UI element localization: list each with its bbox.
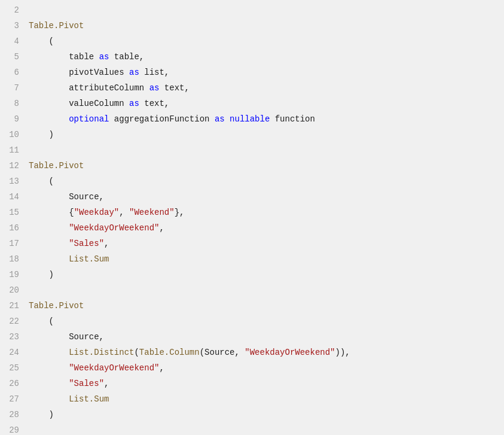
line-numbers: 2 3 4 5 6 7 8 9 10 11 12 13 14 15 16 17 …: [0, 2, 24, 435]
code-line-18: List.Sum: [29, 251, 504, 267]
line-num-29: 29: [5, 422, 19, 435]
line-num-9: 9: [5, 111, 19, 127]
code-line-13: (: [29, 174, 504, 189]
code-line-2: [29, 2, 504, 18]
code-line-17: "Sales",: [29, 236, 504, 251]
line-num-17: 17: [5, 236, 19, 251]
code-line-9: optional aggregationFunction as nullable…: [29, 111, 504, 127]
code-line-5: table as table,: [29, 49, 504, 65]
code-editor: 2 3 4 5 6 7 8 9 10 11 12 13 14 15 16 17 …: [0, 0, 504, 435]
code-line-22: (: [29, 314, 504, 329]
code-line-24: List.Distinct(Table.Column(Source, "Week…: [29, 345, 504, 360]
line-num-18: 18: [5, 251, 19, 267]
line-num-11: 11: [5, 142, 19, 158]
code-line-8: valueColumn as text,: [29, 96, 504, 111]
line-num-6: 6: [5, 65, 19, 80]
line-num-7: 7: [5, 80, 19, 96]
line-num-28: 28: [5, 407, 19, 422]
line-num-15: 15: [5, 205, 19, 220]
line-num-5: 5: [5, 49, 19, 65]
code-line-10: ): [29, 127, 504, 142]
code-line-28: ): [29, 407, 504, 422]
code-line-23: Source,: [29, 329, 504, 345]
code-line-25: "WeekdayOrWeekend",: [29, 360, 504, 376]
code-line-4: (: [29, 34, 504, 49]
line-num-16: 16: [5, 220, 19, 236]
code-line-11: [29, 142, 504, 158]
line-num-19: 19: [5, 267, 19, 282]
code-line-27: List.Sum: [29, 391, 504, 407]
code-line-12: Table.Pivot: [29, 158, 504, 174]
code-line-14: Source,: [29, 189, 504, 205]
code-line-29: [29, 422, 504, 435]
line-num-27: 27: [5, 391, 19, 407]
line-num-25: 25: [5, 360, 19, 376]
line-num-12: 12: [5, 158, 19, 174]
code-line-16: "WeekdayOrWeekend",: [29, 220, 504, 236]
line-num-26: 26: [5, 376, 19, 391]
code-line-26: "Sales",: [29, 376, 504, 391]
code-line-21: Table.Pivot: [29, 298, 504, 314]
code-line-7: attributeColumn as text,: [29, 80, 504, 96]
code-line-20: [29, 282, 504, 298]
line-num-4: 4: [5, 34, 19, 49]
code-line-3: Table.Pivot: [29, 18, 504, 34]
line-num-8: 8: [5, 96, 19, 111]
line-num-2: 2: [5, 2, 19, 18]
code-line-15: {"Weekday", "Weekend"},: [29, 205, 504, 220]
code-content: Table.Pivot ( table as table, pivotValue…: [24, 2, 504, 435]
line-num-14: 14: [5, 189, 19, 205]
code-line-19: ): [29, 267, 504, 282]
line-num-22: 22: [5, 314, 19, 329]
line-num-13: 13: [5, 174, 19, 189]
line-num-20: 20: [5, 282, 19, 298]
line-num-10: 10: [5, 127, 19, 142]
line-num-21: 21: [5, 298, 19, 314]
code-line-6: pivotValues as list,: [29, 65, 504, 80]
line-num-23: 23: [5, 329, 19, 345]
line-num-3: 3: [5, 18, 19, 34]
line-num-24: 24: [5, 345, 19, 360]
